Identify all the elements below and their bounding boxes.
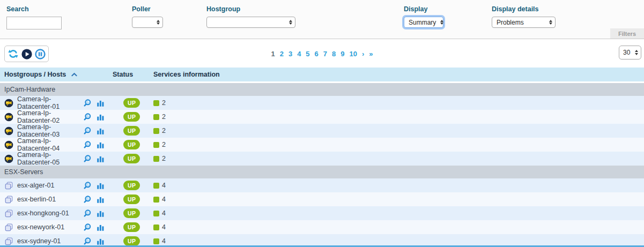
table-row: esx-alger-01 UP 4: [0, 178, 644, 192]
host-type-icon: [4, 99, 13, 108]
column-status[interactable]: Status: [113, 71, 153, 78]
column-services[interactable]: Services information: [153, 71, 644, 78]
host-graph-icon[interactable]: [97, 155, 105, 163]
pagination-next-icon[interactable]: ›: [362, 50, 364, 58]
host-graph-icon[interactable]: [97, 141, 105, 149]
table-row: esx-newyork-01 UP 4: [0, 220, 644, 234]
host-detail-magnifier-icon[interactable]: [83, 237, 92, 245]
hostgroup-row[interactable]: IpCam-Hardware: [0, 83, 644, 96]
host-name[interactable]: Camera-Ip-Datacenter-04: [17, 137, 83, 152]
display-filter-group: Display Summary: [404, 5, 443, 28]
services-ok-square-icon: [153, 224, 159, 230]
host-name[interactable]: Camera-Ip-Datacenter-05: [17, 151, 83, 166]
table-row: esx-hongkong-01 UP 4: [0, 206, 644, 220]
pagination: 12345678910 › »: [271, 50, 373, 58]
page-10[interactable]: 10: [350, 50, 357, 58]
services-ok-square-icon: [153, 238, 159, 244]
host-detail-magnifier-icon[interactable]: [83, 209, 92, 218]
host-type-icon: [4, 140, 13, 149]
host-graph-icon[interactable]: [97, 99, 105, 107]
page-6[interactable]: 6: [315, 50, 319, 58]
page-4[interactable]: 4: [297, 50, 301, 58]
host-name[interactable]: esx-alger-01: [17, 182, 54, 189]
page-1[interactable]: 1: [271, 50, 275, 58]
host-graph-icon[interactable]: [97, 223, 105, 231]
filters-tab[interactable]: Filters: [610, 28, 644, 39]
host-detail-magnifier-icon[interactable]: [83, 140, 92, 149]
host-graph-icon[interactable]: [97, 182, 105, 190]
page-3[interactable]: 3: [288, 50, 292, 58]
pagination-last-icon[interactable]: »: [369, 50, 373, 58]
hostgroup-select[interactable]: [206, 17, 295, 28]
column-hosts[interactable]: Hostgroups / Hosts: [0, 71, 113, 78]
status-badge: UP: [123, 140, 140, 150]
host-name[interactable]: esx-hongkong-01: [17, 209, 69, 217]
services-ok-count[interactable]: 4: [162, 196, 166, 203]
host-name[interactable]: Camera-Ip-Datacenter-01: [17, 95, 83, 110]
host-detail-magnifier-icon[interactable]: [83, 126, 92, 135]
hostgroup-row[interactable]: ESX-Servers: [0, 166, 644, 178]
host-detail-magnifier-icon[interactable]: [83, 113, 92, 121]
services-ok-count[interactable]: 4: [162, 182, 166, 189]
host-detail-magnifier-icon[interactable]: [83, 195, 92, 204]
services-ok-count[interactable]: 2: [162, 99, 166, 107]
status-badge: UP: [123, 194, 140, 205]
services-ok-count[interactable]: 4: [162, 223, 166, 231]
host-graph-icon[interactable]: [97, 196, 105, 204]
host-name[interactable]: Camera-Ip-Datacenter-02: [17, 109, 83, 124]
status-badge: UP: [123, 181, 140, 191]
display-details-filter-group: Display details Problems: [492, 5, 556, 28]
search-label: Search: [6, 5, 62, 13]
host-graph-icon[interactable]: [97, 209, 105, 218]
display-select[interactable]: Summary: [404, 17, 443, 28]
media-controls: [4, 46, 49, 62]
page-9[interactable]: 9: [340, 50, 344, 58]
host-name[interactable]: esx-berlin-01: [17, 196, 56, 203]
status-badge: UP: [123, 98, 140, 108]
table-row: Camera-Ip-Datacenter-01 UP: [0, 96, 644, 110]
page-2[interactable]: 2: [280, 50, 284, 58]
services-ok-count[interactable]: 4: [162, 237, 166, 245]
poller-select[interactable]: [132, 17, 163, 28]
host-detail-magnifier-icon[interactable]: [83, 99, 92, 107]
services-ok-count[interactable]: 2: [162, 127, 166, 134]
search-filter-group: Search: [6, 5, 62, 29]
host-detail-magnifier-icon[interactable]: [83, 154, 92, 163]
host-type-icon: [4, 181, 13, 190]
hostgroup-label: Hostgroup: [206, 5, 295, 13]
services-ok-square-icon: [153, 183, 159, 189]
poller-label: Poller: [132, 5, 163, 13]
services-ok-count[interactable]: 2: [162, 155, 166, 162]
play-icon[interactable]: [20, 48, 33, 60]
per-page-wrap: 30: [619, 46, 641, 59]
page-5[interactable]: 5: [306, 50, 309, 58]
filter-panel: Search Poller Hostgroup Display Summary …: [0, 0, 644, 39]
table-row: Camera-Ip-Datacenter-03 UP: [0, 124, 644, 138]
services-ok-count[interactable]: 4: [162, 209, 166, 217]
host-graph-icon[interactable]: [97, 113, 105, 121]
services-ok-count[interactable]: 2: [162, 113, 166, 121]
host-graph-icon[interactable]: [97, 237, 105, 245]
display-label: Display: [404, 5, 443, 13]
host-name[interactable]: esx-sydney-01: [17, 237, 61, 245]
display-details-label: Display details: [492, 5, 556, 13]
host-name[interactable]: Camera-Ip-Datacenter-03: [17, 123, 83, 138]
page-8[interactable]: 8: [332, 50, 336, 58]
host-detail-magnifier-icon[interactable]: [83, 223, 92, 231]
refresh-icon[interactable]: [7, 48, 19, 60]
host-graph-icon[interactable]: [97, 127, 105, 135]
host-detail-magnifier-icon[interactable]: [83, 181, 92, 190]
search-input[interactable]: [6, 17, 62, 29]
host-name[interactable]: esx-newyork-01: [17, 223, 64, 231]
page-7[interactable]: 7: [323, 50, 327, 58]
select-stepper-icon: [157, 20, 160, 25]
status-badge: UP: [123, 236, 140, 246]
per-page-value: 30: [623, 49, 630, 56]
services-ok-count[interactable]: 2: [162, 141, 166, 148]
pause-icon[interactable]: [34, 48, 46, 60]
table-header: Hostgroups / Hosts Status Services infor…: [0, 68, 644, 81]
display-details-select[interactable]: Problems: [492, 17, 556, 28]
per-page-select[interactable]: 30: [619, 46, 641, 59]
services-ok-square-icon: [153, 114, 159, 120]
table-row: Camera-Ip-Datacenter-05 UP: [0, 152, 644, 166]
